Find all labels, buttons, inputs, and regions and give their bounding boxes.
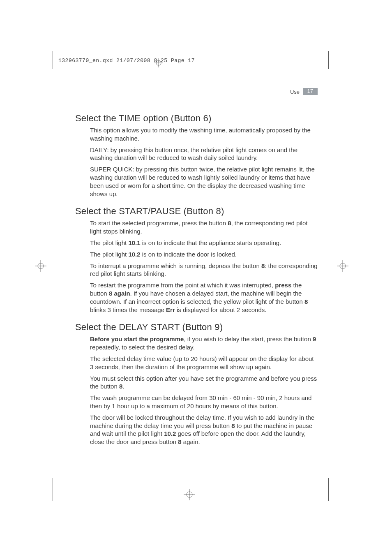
section-heading: Select the DELAY START (Button 9) <box>75 322 318 333</box>
running-header: Use 17 <box>75 90 318 98</box>
body-paragraph: The pilot light 10.2 is on to indicate t… <box>90 250 318 259</box>
bold-text: 10.2 <box>128 251 140 258</box>
body-paragraph: SUPER QUICK: by pressing this button twi… <box>90 165 318 198</box>
crop-mark <box>53 51 53 69</box>
crop-mark <box>53 478 53 501</box>
body-paragraph: To interrupt a programme which is runnin… <box>90 262 318 278</box>
bold-text: 10.1 <box>128 239 140 246</box>
registration-mark-icon <box>35 260 46 272</box>
bold-text: 8 again <box>109 290 130 297</box>
body-paragraph: DAILY: by pressing this button once, the… <box>90 146 318 162</box>
registration-mark-icon <box>184 489 195 500</box>
bold-text: press <box>275 282 291 289</box>
page-number-badge: 17 <box>303 88 318 95</box>
section-body: Before you start the programme, if you w… <box>90 335 318 446</box>
bold-text: 9 <box>313 335 316 342</box>
header-section-label: Use <box>290 89 300 95</box>
crop-mark <box>328 51 329 69</box>
body-paragraph: This option allows you to modify the was… <box>90 126 318 143</box>
bold-text: 10.2 <box>164 430 176 437</box>
bold-text: 8 <box>178 438 181 445</box>
bold-text: 8 <box>231 422 235 429</box>
doc-slug: 132963770_en.qxd 21/07/2008 8.25 Page 17 <box>58 58 195 64</box>
body-paragraph: The pilot light 10.1 is on to indicate t… <box>90 239 318 247</box>
registration-mark-icon <box>154 58 163 67</box>
body-paragraph: The wash programme can be delayed from 3… <box>90 394 318 410</box>
section-body: This option allows you to modify the was… <box>90 126 318 198</box>
page-content: Use 17 Select the TIME option (Button 6)… <box>75 90 318 449</box>
bold-text: 8 <box>119 383 122 390</box>
section-heading: Select the START/PAUSE (Button 8) <box>75 206 318 217</box>
bold-text: Before you start the programme <box>90 335 184 342</box>
section-body: To start the selected programme, press t… <box>90 219 318 314</box>
body-paragraph: You must select this option after you ha… <box>90 375 318 391</box>
section-heading: Select the TIME option (Button 6) <box>75 113 318 124</box>
bold-text: Err <box>166 306 175 313</box>
registration-mark-icon <box>337 260 348 272</box>
bold-text: 8 <box>228 220 231 227</box>
bold-text: 8 <box>261 262 265 269</box>
body-paragraph: To start the selected programme, press t… <box>90 219 318 236</box>
body-paragraph: To restart the programme from the point … <box>90 281 318 314</box>
bold-text: 8 <box>304 298 308 305</box>
body-paragraph: The selected delay time value (up to 20 … <box>90 355 318 371</box>
body-paragraph: Before you start the programme, if you w… <box>90 335 318 352</box>
body-paragraph: The door will be locked throughout the d… <box>90 414 318 446</box>
crop-mark <box>328 478 329 501</box>
